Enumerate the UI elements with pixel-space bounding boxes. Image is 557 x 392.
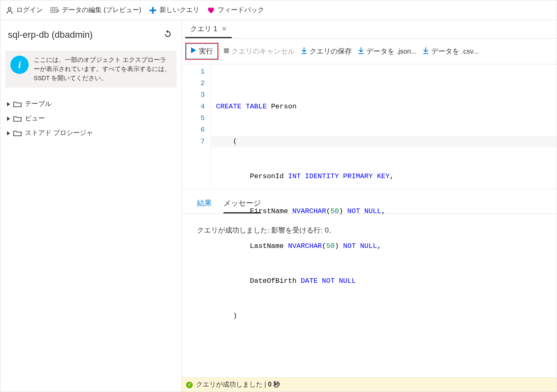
code-ident: DateOfBirth <box>216 277 301 285</box>
login-label: ログイン <box>16 6 43 15</box>
code-ident: , <box>381 207 385 215</box>
cancel-query-button: クエリのキャンセル <box>223 47 295 56</box>
code-ident: ) <box>335 242 343 250</box>
play-icon <box>191 47 196 56</box>
svg-rect-8 <box>224 48 229 53</box>
code-body[interactable]: CREATE TABLE Person ( PersonId INT IDENT… <box>211 64 557 189</box>
refresh-button[interactable] <box>162 28 174 42</box>
svg-point-0 <box>8 7 11 10</box>
tree: テーブル ビュー ストアド プロシージャ <box>5 97 177 140</box>
tree-item-sprocs[interactable]: ストアド プロシージャ <box>5 126 177 140</box>
download-icon <box>422 47 429 56</box>
success-icon: ✓ <box>186 382 193 388</box>
folder-icon <box>13 130 22 137</box>
stop-icon <box>223 47 229 55</box>
line-gutter: 1 2 3 4 5 6 7 <box>182 64 211 189</box>
main: sql-erp-db (dbadmin) i ここには、一部のオブジェクト エク… <box>0 20 557 392</box>
line-num: 5 <box>182 113 205 124</box>
tree-item-views[interactable]: ビュー <box>5 111 177 126</box>
code-num: 50 <box>330 207 339 215</box>
code-editor[interactable]: 1 2 3 4 5 6 7 CREATE TABLE Person ( Pers… <box>182 64 557 189</box>
tab-query-1[interactable]: クエリ 1 ✕ <box>185 20 232 38</box>
line-num: 1 <box>182 66 205 78</box>
line-num: 4 <box>182 101 205 113</box>
info-box: i ここには、一部のオブジェクト エクスプローラーが表示されています。すべてを表… <box>5 51 177 88</box>
export-json-button[interactable]: データを .json... <box>358 47 417 56</box>
code-kw: NVARCHAR <box>292 207 326 215</box>
export-csv-label: データを .csv... <box>431 47 478 56</box>
chevron-right-icon <box>7 131 10 135</box>
info-text: ここには、一部のオブジェクト エクスプローラーが表示されています。すべてを表示す… <box>34 56 172 83</box>
new-query-label: 新しいクエリ <box>159 6 199 15</box>
export-json-label: データを .json... <box>366 47 417 56</box>
folder-icon <box>13 101 22 108</box>
code-kw: CREATE TABLE <box>216 103 267 110</box>
code-ident: , <box>390 172 394 180</box>
content: クエリ 1 ✕ 実行 クエリのキャンセル クエリの保存 <box>182 20 557 392</box>
login-button[interactable]: ログイン <box>5 6 43 15</box>
status-bar: ✓ クエリが成功しました | 0 秒 <box>182 377 557 392</box>
line-num: 7 <box>182 136 205 147</box>
top-toolbar: ログイン データの編集 (プレビュー) 新しいクエリ フィードバック <box>0 0 557 20</box>
code-ident: ( <box>322 242 326 250</box>
svg-rect-1 <box>51 7 57 12</box>
code-ident: ) <box>339 207 347 215</box>
run-button[interactable]: 実行 <box>186 44 218 59</box>
download-icon <box>358 47 364 56</box>
tab-label: クエリ 1 <box>190 24 217 34</box>
feedback-button[interactable]: フィードバック <box>207 6 264 15</box>
query-toolbar: 実行 クエリのキャンセル クエリの保存 データを .json... <box>182 39 557 64</box>
status-sep: | <box>264 381 268 388</box>
line-num: 6 <box>182 124 205 136</box>
tree-label: ビュー <box>25 114 45 123</box>
editor-tabbar: クエリ 1 ✕ <box>182 20 557 39</box>
new-query-button[interactable]: 新しいクエリ <box>149 6 199 15</box>
refresh-icon <box>163 33 172 40</box>
edit-data-button[interactable]: データの編集 (プレビュー) <box>50 6 141 15</box>
run-label: 実行 <box>199 47 213 56</box>
db-title: sql-erp-db (dbadmin) <box>8 29 93 40</box>
code-ident: FirstName <box>216 207 292 215</box>
code-kw: NOT NULL <box>343 242 377 250</box>
export-csv-button[interactable]: データを .csv... <box>422 47 478 56</box>
tree-label: ストアド プロシージャ <box>25 129 93 137</box>
chevron-right-icon <box>7 117 10 121</box>
info-icon: i <box>10 56 29 74</box>
code-ident <box>318 277 322 285</box>
tree-label: テーブル <box>25 100 52 108</box>
status-text: クエリが成功しました <box>196 381 264 388</box>
code-ident: ( <box>216 137 237 145</box>
download-icon <box>301 47 307 56</box>
code-kw: NVARCHAR <box>288 242 322 250</box>
code-num: 50 <box>326 242 334 250</box>
code-ident: Person <box>267 103 296 110</box>
code-ident: , <box>377 242 381 250</box>
feedback-label: フィードバック <box>218 6 264 15</box>
table-edit-icon <box>50 6 59 15</box>
code-ident: PersonId <box>216 172 288 180</box>
code-kw: NOT NULL <box>322 277 356 285</box>
line-num: 3 <box>182 89 205 101</box>
line-num: 2 <box>182 78 205 89</box>
folder-icon <box>13 115 22 122</box>
code-kw: INT IDENTITY PRIMARY KEY <box>288 172 390 180</box>
code-kw: NOT NULL <box>347 207 381 215</box>
code-kw: DATE <box>301 277 318 285</box>
tab-results[interactable]: 結果 <box>197 198 212 213</box>
object-explorer: sql-erp-db (dbadmin) i ここには、一部のオブジェクト エク… <box>0 20 182 392</box>
code-ident: ( <box>326 207 330 215</box>
edit-data-label: データの編集 (プレビュー) <box>62 6 141 15</box>
code-ident: LastName <box>216 242 288 250</box>
tree-item-tables[interactable]: テーブル <box>5 97 177 111</box>
save-query-button[interactable]: クエリの保存 <box>301 47 352 56</box>
plus-icon <box>149 6 157 15</box>
save-label: クエリの保存 <box>309 47 352 56</box>
chevron-right-icon <box>7 102 10 106</box>
heart-icon <box>207 6 215 15</box>
svg-rect-7 <box>150 10 156 11</box>
code-ident: ) <box>216 312 237 320</box>
person-icon <box>5 6 14 15</box>
db-header: sql-erp-db (dbadmin) <box>5 28 177 42</box>
tab-close-button[interactable]: ✕ <box>221 25 227 33</box>
status-time: 0 秒 <box>268 381 280 388</box>
